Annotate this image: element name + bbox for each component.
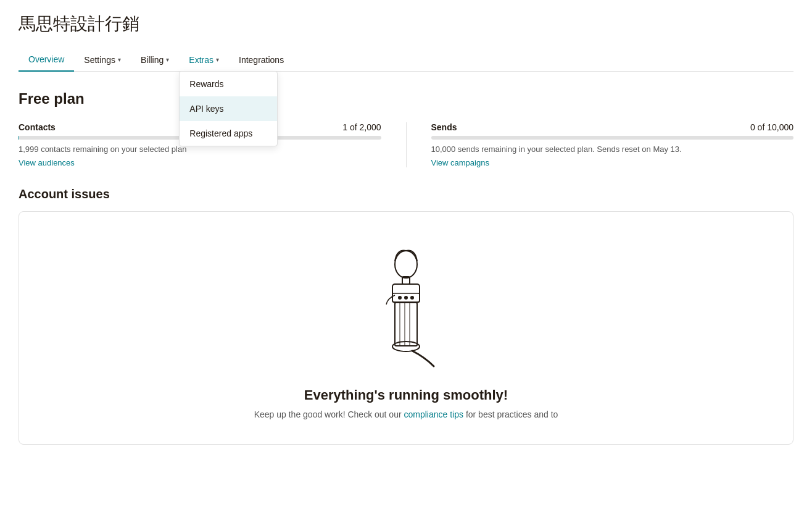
nav-item-billing[interactable]: Billing ▾ (131, 49, 179, 71)
svg-point-6 (410, 296, 414, 300)
main-nav: Overview Settings ▾ Billing ▾ Extras ▾ R… (19, 48, 793, 72)
extras-label: Extras (189, 55, 213, 65)
sends-block: Sends 0 of 10,000 10,000 sends remaining… (406, 122, 794, 167)
stats-row: Contacts 1 of 2,000 1,999 contacts remai… (19, 122, 793, 167)
main-content: Free plan Contacts 1 of 2,000 1,999 cont… (0, 72, 812, 463)
billing-chevron-icon: ▾ (166, 56, 169, 63)
sends-count: 0 of 10,000 (750, 122, 793, 132)
card-title: Everything's running smoothly! (304, 387, 508, 403)
header: 馬思特設計行銷 Overview Settings ▾ Billing ▾ Ex… (0, 0, 812, 72)
extras-dropdown: Rewards API keys Registered apps (179, 71, 278, 146)
plan-title: Free plan (19, 90, 793, 107)
card-description: Keep up the good work! Check out our com… (254, 409, 558, 419)
sends-label: Sends (431, 122, 457, 132)
logo: 馬思特設計行銷 (19, 12, 793, 36)
svg-point-0 (395, 251, 417, 278)
sends-header: Sends 0 of 10,000 (431, 122, 794, 132)
svg-point-5 (404, 296, 408, 300)
dropdown-item-registered-apps[interactable]: Registered apps (180, 121, 277, 146)
card-description-end: for best practices and to (463, 409, 558, 419)
settings-chevron-icon: ▾ (118, 56, 121, 63)
sends-description: 10,000 sends remaining in your selected … (431, 145, 794, 154)
billing-label: Billing (141, 55, 164, 65)
nav-item-overview[interactable]: Overview (19, 48, 74, 72)
account-issues-card: Everything's running smoothly! Keep up t… (19, 211, 793, 445)
card-description-start: Keep up the good work! Check out our (254, 409, 404, 419)
contacts-label: Contacts (19, 122, 56, 132)
svg-rect-7 (395, 303, 417, 346)
nav-item-extras[interactable]: Extras ▾ (179, 49, 229, 71)
sends-view-link[interactable]: View campaigns (431, 158, 489, 167)
extras-chevron-icon: ▾ (216, 56, 219, 63)
compliance-tips-link[interactable]: compliance tips (404, 409, 464, 419)
account-issues-illustration (363, 237, 449, 372)
contacts-view-link[interactable]: View audiences (19, 158, 75, 167)
nav-item-integrations[interactable]: Integrations (229, 49, 294, 71)
nav-item-settings[interactable]: Settings ▾ (74, 49, 131, 71)
account-issues-title: Account issues (19, 187, 793, 201)
settings-label: Settings (84, 55, 115, 65)
svg-point-4 (398, 296, 402, 300)
sends-progress-bar (431, 136, 794, 140)
nav-extras-wrapper: Extras ▾ Rewards API keys Registered app… (179, 49, 229, 71)
dropdown-item-rewards[interactable]: Rewards (180, 72, 277, 96)
dropdown-item-api-keys[interactable]: API keys (180, 96, 277, 121)
contacts-count: 1 of 2,000 (342, 122, 381, 132)
